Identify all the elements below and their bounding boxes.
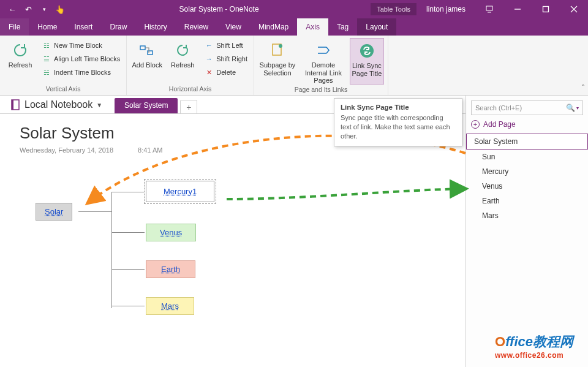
watermark-logo: O (495, 334, 505, 349)
annotation-arrow-green (0, 0, 588, 367)
watermark-brand: ffice教程网 (505, 334, 573, 349)
tooltip-title: Link Sync Page Title (341, 104, 456, 111)
tooltip: Link Sync Page Title Sync page title wit… (334, 98, 462, 146)
watermark-url: www.office26.com (495, 351, 573, 360)
watermark: Office教程网 www.office26.com (495, 333, 573, 360)
tooltip-body: Sync page title with corresponding text … (341, 113, 456, 141)
